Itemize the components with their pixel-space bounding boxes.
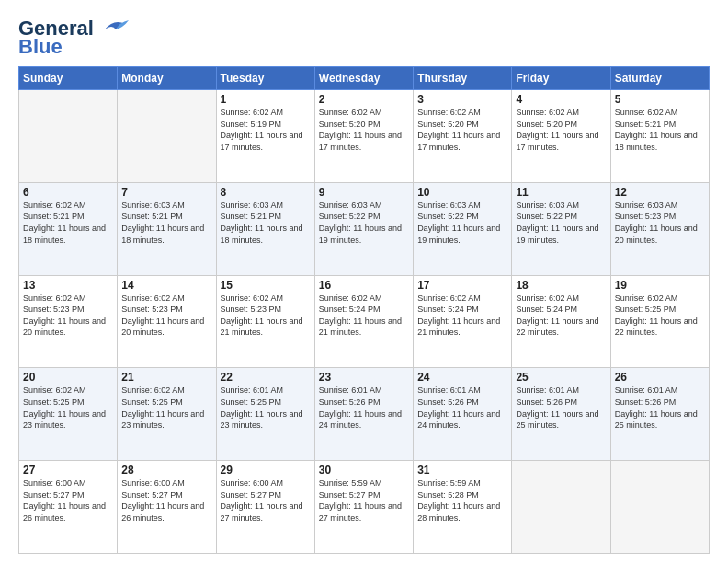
day-number: 20 bbox=[23, 371, 113, 384]
day-number: 9 bbox=[319, 186, 409, 199]
weekday-header-wednesday: Wednesday bbox=[314, 67, 413, 90]
calendar-cell: 2Sunrise: 6:02 AM Sunset: 5:20 PM Daylig… bbox=[314, 90, 413, 183]
calendar-week-row: 1Sunrise: 6:02 AM Sunset: 5:19 PM Daylig… bbox=[19, 90, 710, 183]
day-detail: Sunrise: 6:02 AM Sunset: 5:23 PM Dayligh… bbox=[23, 293, 113, 339]
calendar-cell: 29Sunrise: 6:00 AM Sunset: 5:27 PM Dayli… bbox=[216, 461, 314, 554]
day-number: 21 bbox=[121, 371, 211, 384]
day-number: 17 bbox=[417, 279, 507, 292]
day-number: 19 bbox=[615, 279, 705, 292]
calendar-cell bbox=[512, 461, 610, 554]
header: General Blue bbox=[18, 17, 710, 59]
day-number: 8 bbox=[221, 186, 311, 199]
weekday-header-saturday: Saturday bbox=[610, 67, 709, 90]
weekday-header-monday: Monday bbox=[118, 67, 216, 90]
weekday-header-thursday: Thursday bbox=[414, 67, 512, 90]
day-number: 3 bbox=[417, 93, 507, 106]
calendar-cell: 16Sunrise: 6:02 AM Sunset: 5:24 PM Dayli… bbox=[314, 275, 413, 368]
day-detail: Sunrise: 6:01 AM Sunset: 5:26 PM Dayligh… bbox=[319, 385, 409, 431]
day-number: 1 bbox=[221, 93, 311, 106]
calendar-cell: 5Sunrise: 6:02 AM Sunset: 5:21 PM Daylig… bbox=[610, 90, 709, 183]
day-detail: Sunrise: 6:03 AM Sunset: 5:22 PM Dayligh… bbox=[417, 200, 507, 246]
day-detail: Sunrise: 6:02 AM Sunset: 5:21 PM Dayligh… bbox=[23, 200, 113, 246]
day-detail: Sunrise: 5:59 AM Sunset: 5:28 PM Dayligh… bbox=[417, 477, 507, 523]
logo: General Blue bbox=[18, 17, 131, 59]
day-number: 18 bbox=[516, 279, 606, 292]
weekday-header-friday: Friday bbox=[512, 67, 610, 90]
calendar-cell: 4Sunrise: 6:02 AM Sunset: 5:20 PM Daylig… bbox=[512, 90, 610, 183]
day-detail: Sunrise: 6:02 AM Sunset: 5:23 PM Dayligh… bbox=[121, 293, 211, 339]
calendar-cell: 11Sunrise: 6:03 AM Sunset: 5:22 PM Dayli… bbox=[512, 182, 610, 275]
day-detail: Sunrise: 5:59 AM Sunset: 5:27 PM Dayligh… bbox=[319, 477, 409, 523]
day-detail: Sunrise: 6:02 AM Sunset: 5:19 PM Dayligh… bbox=[221, 107, 311, 153]
day-detail: Sunrise: 6:02 AM Sunset: 5:23 PM Dayligh… bbox=[221, 293, 311, 339]
calendar-cell: 19Sunrise: 6:02 AM Sunset: 5:25 PM Dayli… bbox=[610, 275, 709, 368]
calendar-cell: 28Sunrise: 6:00 AM Sunset: 5:27 PM Dayli… bbox=[118, 461, 216, 554]
calendar-cell: 25Sunrise: 6:01 AM Sunset: 5:26 PM Dayli… bbox=[512, 368, 610, 461]
calendar-cell: 22Sunrise: 6:01 AM Sunset: 5:25 PM Dayli… bbox=[216, 368, 314, 461]
day-number: 28 bbox=[121, 464, 211, 477]
calendar-cell: 23Sunrise: 6:01 AM Sunset: 5:26 PM Dayli… bbox=[314, 368, 413, 461]
day-detail: Sunrise: 6:02 AM Sunset: 5:25 PM Dayligh… bbox=[23, 385, 113, 431]
day-number: 4 bbox=[516, 93, 606, 106]
calendar-cell bbox=[610, 461, 709, 554]
calendar-cell: 1Sunrise: 6:02 AM Sunset: 5:19 PM Daylig… bbox=[216, 90, 314, 183]
day-number: 27 bbox=[23, 464, 113, 477]
calendar-cell: 12Sunrise: 6:03 AM Sunset: 5:23 PM Dayli… bbox=[610, 182, 709, 275]
calendar-cell: 3Sunrise: 6:02 AM Sunset: 5:20 PM Daylig… bbox=[414, 90, 512, 183]
day-number: 16 bbox=[319, 279, 409, 292]
day-detail: Sunrise: 6:01 AM Sunset: 5:26 PM Dayligh… bbox=[516, 385, 606, 431]
day-detail: Sunrise: 6:02 AM Sunset: 5:20 PM Dayligh… bbox=[417, 107, 507, 153]
calendar-cell: 14Sunrise: 6:02 AM Sunset: 5:23 PM Dayli… bbox=[118, 275, 216, 368]
calendar-cell: 8Sunrise: 6:03 AM Sunset: 5:21 PM Daylig… bbox=[216, 182, 314, 275]
calendar-cell: 6Sunrise: 6:02 AM Sunset: 5:21 PM Daylig… bbox=[19, 182, 118, 275]
day-detail: Sunrise: 6:03 AM Sunset: 5:22 PM Dayligh… bbox=[319, 200, 409, 246]
calendar-cell: 21Sunrise: 6:02 AM Sunset: 5:25 PM Dayli… bbox=[118, 368, 216, 461]
day-number: 12 bbox=[615, 186, 705, 199]
day-number: 15 bbox=[221, 279, 311, 292]
day-detail: Sunrise: 6:01 AM Sunset: 5:25 PM Dayligh… bbox=[221, 385, 311, 431]
day-number: 26 bbox=[615, 371, 705, 384]
day-detail: Sunrise: 6:02 AM Sunset: 5:24 PM Dayligh… bbox=[417, 293, 507, 339]
calendar-week-row: 20Sunrise: 6:02 AM Sunset: 5:25 PM Dayli… bbox=[19, 368, 710, 461]
day-number: 10 bbox=[417, 186, 507, 199]
calendar-cell: 10Sunrise: 6:03 AM Sunset: 5:22 PM Dayli… bbox=[414, 182, 512, 275]
calendar-cell: 27Sunrise: 6:00 AM Sunset: 5:27 PM Dayli… bbox=[19, 461, 118, 554]
day-detail: Sunrise: 6:02 AM Sunset: 5:25 PM Dayligh… bbox=[615, 293, 705, 339]
day-detail: Sunrise: 6:03 AM Sunset: 5:23 PM Dayligh… bbox=[615, 200, 705, 246]
day-number: 24 bbox=[417, 371, 507, 384]
day-number: 13 bbox=[23, 279, 113, 292]
logo-blue: Blue bbox=[18, 35, 63, 59]
day-detail: Sunrise: 6:02 AM Sunset: 5:24 PM Dayligh… bbox=[319, 293, 409, 339]
calendar-cell bbox=[19, 90, 118, 183]
day-detail: Sunrise: 6:03 AM Sunset: 5:22 PM Dayligh… bbox=[516, 200, 606, 246]
calendar-cell: 26Sunrise: 6:01 AM Sunset: 5:26 PM Dayli… bbox=[610, 368, 709, 461]
day-number: 11 bbox=[516, 186, 606, 199]
calendar-cell: 30Sunrise: 5:59 AM Sunset: 5:27 PM Dayli… bbox=[314, 461, 413, 554]
weekday-header-sunday: Sunday bbox=[19, 67, 118, 90]
calendar-cell: 15Sunrise: 6:02 AM Sunset: 5:23 PM Dayli… bbox=[216, 275, 314, 368]
calendar-cell: 9Sunrise: 6:03 AM Sunset: 5:22 PM Daylig… bbox=[314, 182, 413, 275]
day-detail: Sunrise: 6:02 AM Sunset: 5:20 PM Dayligh… bbox=[319, 107, 409, 153]
day-number: 6 bbox=[23, 186, 113, 199]
calendar-cell: 7Sunrise: 6:03 AM Sunset: 5:21 PM Daylig… bbox=[118, 182, 216, 275]
day-detail: Sunrise: 6:02 AM Sunset: 5:21 PM Dayligh… bbox=[615, 107, 705, 153]
calendar-cell: 13Sunrise: 6:02 AM Sunset: 5:23 PM Dayli… bbox=[19, 275, 118, 368]
logo-bird-icon bbox=[97, 17, 131, 37]
day-detail: Sunrise: 6:03 AM Sunset: 5:21 PM Dayligh… bbox=[121, 200, 211, 246]
day-number: 25 bbox=[516, 371, 606, 384]
calendar-cell: 17Sunrise: 6:02 AM Sunset: 5:24 PM Dayli… bbox=[414, 275, 512, 368]
day-detail: Sunrise: 6:01 AM Sunset: 5:26 PM Dayligh… bbox=[417, 385, 507, 431]
day-number: 30 bbox=[319, 464, 409, 477]
day-detail: Sunrise: 6:02 AM Sunset: 5:24 PM Dayligh… bbox=[516, 293, 606, 339]
weekday-header-tuesday: Tuesday bbox=[216, 67, 314, 90]
day-detail: Sunrise: 6:02 AM Sunset: 5:20 PM Dayligh… bbox=[516, 107, 606, 153]
day-detail: Sunrise: 6:03 AM Sunset: 5:21 PM Dayligh… bbox=[221, 200, 311, 246]
day-detail: Sunrise: 6:01 AM Sunset: 5:26 PM Dayligh… bbox=[615, 385, 705, 431]
day-detail: Sunrise: 6:00 AM Sunset: 5:27 PM Dayligh… bbox=[121, 477, 211, 523]
calendar-cell: 18Sunrise: 6:02 AM Sunset: 5:24 PM Dayli… bbox=[512, 275, 610, 368]
calendar-cell: 20Sunrise: 6:02 AM Sunset: 5:25 PM Dayli… bbox=[19, 368, 118, 461]
calendar-week-row: 13Sunrise: 6:02 AM Sunset: 5:23 PM Dayli… bbox=[19, 275, 710, 368]
day-number: 7 bbox=[121, 186, 211, 199]
calendar-cell bbox=[118, 90, 216, 183]
calendar-table: SundayMondayTuesdayWednesdayThursdayFrid… bbox=[18, 66, 710, 554]
